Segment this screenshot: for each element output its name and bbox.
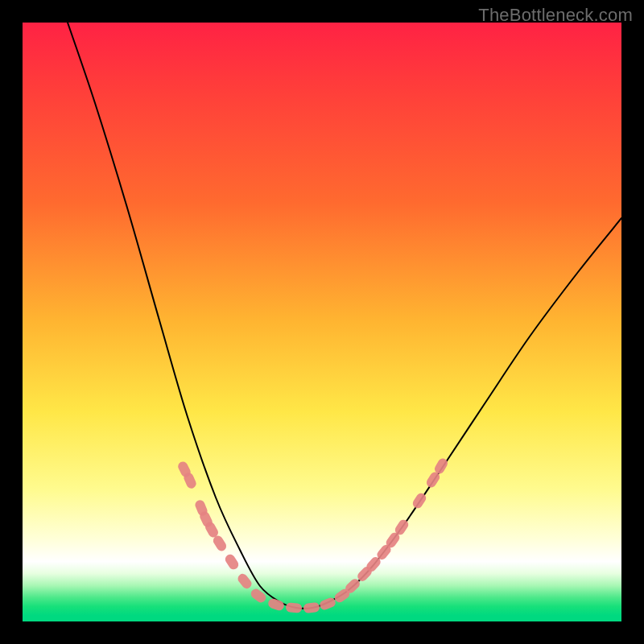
curve-marker [375,543,393,561]
curve-marker [204,520,220,539]
curve-line [68,23,621,609]
curve-marker [318,597,336,612]
curve-marker [365,555,382,574]
curve-path [68,23,621,609]
curve-marker [433,456,449,475]
curve-marker [384,530,401,549]
curve-markers [176,456,449,613]
plot-area [23,23,621,621]
curve-marker [212,534,229,552]
curve-marker [356,565,374,584]
curve-marker [236,572,254,590]
curve-svg [23,23,621,621]
curve-marker [344,577,362,596]
curve-marker [176,460,192,478]
curve-marker [393,518,410,536]
curve-marker [425,470,442,489]
chart-stage: TheBottleneck.com [0,0,644,644]
curve-marker [285,602,302,613]
curve-marker [303,602,320,613]
curve-marker [182,471,197,489]
curve-marker [411,491,427,510]
curve-marker [198,510,213,528]
curve-marker [223,552,240,571]
curve-marker [249,587,267,605]
curve-marker [332,587,351,604]
curve-marker [194,498,209,517]
curve-marker [267,597,286,612]
